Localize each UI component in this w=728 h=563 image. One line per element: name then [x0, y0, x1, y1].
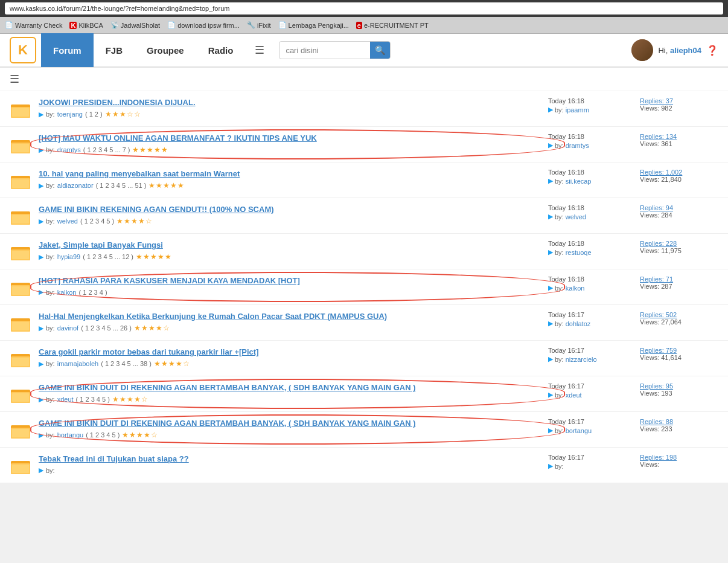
last-post-time: Today 16:18 [548, 240, 584, 247]
post-title-link[interactable]: Tebak Tread ini di Tujukan buat siapa ?? [39, 454, 189, 463]
nav-fjb[interactable]: FJB [94, 33, 135, 67]
post-title-link[interactable]: Cara gokil parkir motor bebas dari tukan… [39, 347, 258, 356]
nav-groupee[interactable]: Groupee [135, 33, 196, 67]
last-post-cell: Today 16:18 ▶ by: kalkon [548, 275, 633, 292]
last-post-time: Today 16:17 [548, 382, 584, 390]
nav-radio[interactable]: Radio [196, 33, 246, 67]
search-button[interactable]: 🔍 [370, 42, 390, 59]
replies-link[interactable]: Replies: 228 [640, 240, 677, 247]
post-author-link[interactable]: kalkon [57, 289, 77, 296]
views-text: Views: 193 [640, 390, 672, 397]
post-meta: ▶ by: imamajaboleh ( 1 2 3 4 5 ... 38 ) … [39, 359, 541, 368]
last-post-author-link[interactable]: welved [566, 213, 586, 220]
post-title-link[interactable]: 10. hal yang paling menyebalkan saat ber… [39, 169, 240, 178]
post-info: JOKOWI PRESIDEN...INDONESIA DIJUAL. ▶ by… [39, 97, 541, 118]
last-post-twitter-icon: ▶ [548, 355, 553, 363]
folder-icon [10, 277, 31, 298]
post-author-link[interactable]: xdeut [57, 396, 74, 403]
bookmark-ipsw[interactable]: 📄 download ipsw firm... [167, 21, 240, 29]
bookmark-jadwalsholat[interactable]: 📡 JadwalSholat [110, 21, 160, 29]
twitter-icon: ▶ [39, 396, 43, 404]
post-title-link[interactable]: Jaket, Simple tapi Banyak Fungsi [39, 240, 163, 249]
post-meta: ▶ by: davinof ( 1 2 3 4 5 ... 26 ) ★★★★☆ [39, 324, 541, 332]
post-author-link[interactable]: bortangu [57, 431, 83, 439]
replies-views-cell: Replies: 88 Views: 233 [640, 418, 718, 433]
replies-link[interactable]: Replies: 71 [640, 275, 673, 283]
help-icon[interactable]: ❓ [706, 45, 718, 56]
replies-link[interactable]: Replies: 1,002 [640, 169, 682, 176]
last-post-author-link[interactable]: sii.kecap [566, 178, 592, 185]
sidebar-toggle-button[interactable]: ☰ [10, 72, 19, 86]
last-post-author-link[interactable]: dohlatoz [566, 320, 591, 327]
last-post-twitter-icon: ▶ [548, 462, 553, 470]
last-post-by: ▶ by: dohlatoz [548, 320, 633, 327]
kaskus-logo[interactable]: K [10, 37, 36, 63]
post-author-link[interactable]: dramtys [57, 146, 81, 153]
post-stars: ★★★★☆ [154, 359, 190, 368]
last-post-cell: Today 16:18 ▶ by: restuoqe [548, 240, 633, 256]
svg-rect-29 [12, 429, 29, 437]
post-author-link[interactable]: welved [57, 217, 78, 225]
bookmark-warranty[interactable]: 📄 Warranty Check [5, 21, 62, 29]
post-author-link[interactable]: toenjang [57, 111, 83, 118]
replies-link[interactable]: Replies: 198 [640, 454, 677, 461]
replies-views-cell: Replies: 71 Views: 287 [640, 275, 718, 290]
last-post-by: ▶ by: bortangu [548, 426, 633, 434]
bookmark-klikbca[interactable]: K KlikBCA [69, 22, 103, 29]
twitter-icon: ▶ [39, 360, 43, 368]
twitter-icon: ▶ [39, 146, 43, 154]
last-post-by: ▶ by: ipaamm [548, 106, 633, 114]
post-title-link[interactable]: JOKOWI PRESIDEN...INDONESIA DIJUAL. [39, 98, 196, 107]
bookmark-erecruitment[interactable]: e e-RECRUITMENT PT [356, 22, 429, 29]
post-author-link[interactable]: hypia99 [57, 253, 81, 260]
avatar[interactable] [631, 39, 653, 61]
post-meta: ▶ by: welved ( 1 2 3 4 5 ) ★★★★☆ [39, 217, 541, 225]
post-title-link[interactable]: [HOT] MAU WAKTU ONLINE AGAN BERMANFAAT ?… [39, 134, 317, 143]
post-pages: ( 1 2 3 4 5 ) [80, 217, 114, 225]
post-author-link[interactable]: aldiazonator [57, 182, 94, 189]
last-post-author-link[interactable]: ipaamm [566, 106, 589, 114]
last-post-author-link[interactable]: restuoqe [566, 249, 592, 256]
post-pages: ( 1 2 ) [85, 111, 103, 118]
post-title-link[interactable]: Hal-Hal Menjengkelkan Ketika Berkunjung … [39, 312, 387, 321]
replies-link[interactable]: Replies: 759 [640, 347, 677, 354]
browser-chrome: www.kaskus.co.id/forum/21/the-lounge/?re… [0, 0, 728, 17]
last-post-twitter-icon: ▶ [548, 141, 553, 149]
username-link[interactable]: alieph04 [670, 46, 701, 55]
last-post-by-label: by: [555, 249, 564, 256]
last-post-time: Today 16:18 [548, 204, 584, 211]
folder-icon [10, 134, 31, 156]
last-post-author-link[interactable]: bortangu [566, 427, 592, 434]
last-post-author-link[interactable]: xdeut [566, 391, 582, 399]
post-title-link[interactable]: GAME INI BIKIN DUIT DI REKENING AGAN BER… [39, 419, 416, 428]
last-post-author-link[interactable]: nizzarcielo [566, 356, 597, 363]
folder-icon [10, 419, 31, 441]
post-meta: ▶ by: dramtys ( 1 2 3 4 5 ... 7 ) ★★★★★ [39, 146, 541, 154]
post-author-link[interactable]: davinof [57, 324, 78, 332]
replies-link[interactable]: Replies: 95 [640, 382, 673, 390]
last-post-by: ▶ by: kalkon [548, 284, 633, 292]
bookmark-ifixit[interactable]: 🔧 iFixit [247, 21, 271, 29]
folder-icon [10, 170, 31, 191]
post-author-link[interactable]: imamajaboleh [57, 360, 98, 367]
bookmark-lembaga[interactable]: 📄 Lembaga Pengkaji... [278, 21, 349, 29]
post-title-link[interactable]: GAME INI BIKIN DUIT DI REKENING AGAN BER… [39, 383, 416, 392]
url-bar[interactable]: www.kaskus.co.id/forum/21/the-lounge/?re… [5, 2, 723, 14]
post-title-link[interactable]: GAME INI BIKIN REKENING AGAN GENDUT!! (1… [39, 205, 274, 214]
nav-forum[interactable]: Forum [41, 33, 94, 67]
replies-link[interactable]: Replies: 134 [640, 133, 677, 140]
search-input[interactable] [279, 43, 370, 57]
last-post-time: Today 16:17 [548, 347, 584, 354]
last-post-author-link[interactable]: dramtys [566, 142, 589, 149]
replies-link[interactable]: Replies: 88 [640, 418, 673, 425]
last-post-by: ▶ by: xdeut [548, 391, 633, 399]
post-title-link[interactable]: [HOT] RAHASIA PARA KASKUSER MENJADI KAYA… [39, 276, 300, 285]
replies-link[interactable]: Replies: 502 [640, 311, 677, 318]
replies-views-cell: Replies: 198 Views: [640, 454, 718, 468]
logo-letter: K [18, 42, 28, 58]
nav-more-button[interactable]: ☰ [245, 33, 274, 67]
post-info: 10. hal yang paling menyebalkan saat ber… [39, 169, 541, 190]
replies-link[interactable]: Replies: 94 [640, 204, 673, 211]
replies-link[interactable]: Replies: 37 [640, 97, 673, 105]
last-post-author-link[interactable]: kalkon [566, 285, 585, 292]
